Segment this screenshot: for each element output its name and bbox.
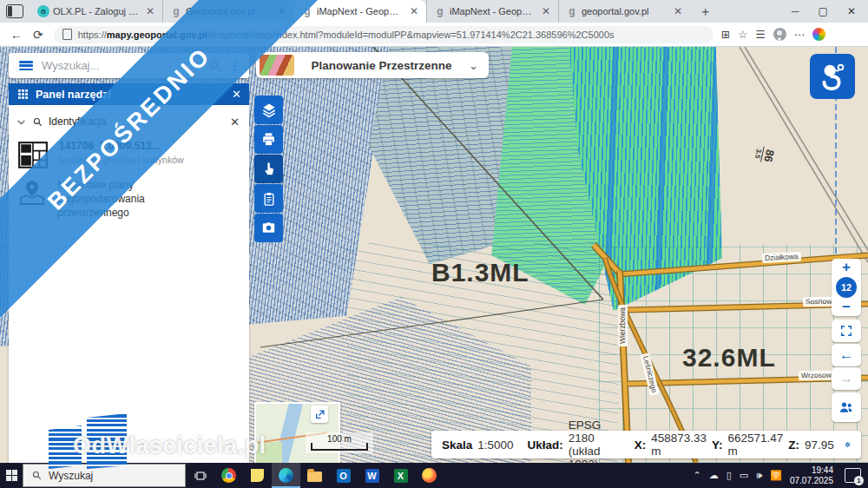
back-icon[interactable]: ← [10, 28, 23, 42]
zoom-control: + 12 − [832, 259, 861, 316]
geoportal-favicon: g [434, 5, 446, 17]
clipboard-button[interactable] [254, 184, 283, 213]
window-close-button[interactable]: ✕ [847, 5, 856, 17]
street-label: Wierzbowa [618, 305, 628, 346]
new-tab-button[interactable]: ＋ [699, 3, 712, 20]
window-minimize-button[interactable]: ─ [792, 5, 799, 17]
tab-title: geoportal.gov.pl [582, 6, 667, 16]
action-center-icon[interactable]: 1 [845, 468, 861, 483]
zoom-level-badge: 12 [836, 277, 857, 298]
taskbar-search-placeholder: Wyszukaj [49, 470, 93, 482]
map-toolbar [254, 96, 283, 242]
tab-olx[interactable]: o OLX.PL - Zaloguj się ✕ [30, 0, 162, 23]
printer-icon [260, 131, 277, 148]
windows-taskbar: Wyszukaj O W X ⌃ ☁ ▯ ▭ 🕪 🛜 19:44 07.07.2… [0, 463, 868, 488]
touch-pointer-icon [260, 161, 277, 177]
refresh-icon[interactable]: ⟳ [33, 28, 43, 42]
geoportal-favicon: g [170, 5, 182, 17]
layers-button[interactable] [254, 96, 283, 124]
geoportal-favicon: g [566, 5, 578, 17]
z-label: Z: [788, 439, 799, 452]
taskbar-clock[interactable]: 19:44 07.07.2025 [790, 465, 833, 486]
url-input[interactable]: https://mapy.geoportal.gov.pl/imapnext/i… [54, 26, 713, 43]
chrome-taskbar-icon[interactable] [214, 463, 243, 488]
tab-close-icon[interactable]: ✕ [407, 5, 421, 17]
tab-geoportal-gov[interactable]: g geoportal.gov.pl ✕ [558, 0, 690, 23]
browser-tab-bar: o OLX.PL - Zaloguj się ✕ g Geoportal.gov… [0, 0, 868, 23]
clock-time: 19:44 [790, 465, 833, 476]
identify-search-icon [32, 116, 43, 128]
word-taskbar-icon[interactable]: W [358, 463, 386, 488]
map-status-bar: Skala 1:5000 Układ: EPSG 2180 (układ 199… [431, 431, 861, 458]
open-in-new-icon [314, 409, 326, 420]
z-value: 97.95 [805, 439, 834, 452]
favorites-star-icon[interactable]: ☆ [738, 28, 747, 41]
module-selector-dropdown[interactable]: Planowanie Przestrzenne ⌄ [256, 52, 489, 78]
tab-title: OLX.PL - Zaloguj się [53, 6, 140, 16]
crs-label: Układ: [528, 439, 563, 452]
sticky-notes-taskbar-icon[interactable] [243, 463, 272, 488]
excel-taskbar-icon[interactable]: X [386, 463, 415, 488]
share-users-button[interactable] [832, 392, 861, 422]
geoportal-logo[interactable] [810, 54, 855, 99]
print-button[interactable] [254, 125, 283, 154]
outlook-taskbar-icon[interactable]: O [329, 463, 358, 488]
module-thumbnail [260, 55, 294, 76]
task-view-button[interactable] [186, 463, 214, 488]
tab-close-icon[interactable]: ✕ [539, 5, 553, 17]
fullscreen-button[interactable] [832, 320, 861, 342]
zoom-in-button[interactable]: + [842, 261, 851, 274]
split-screen-icon[interactable]: ⊞ [721, 28, 730, 41]
edge-taskbar-icon[interactable] [272, 463, 300, 488]
section-close-icon[interactable]: ✕ [230, 115, 240, 129]
onedrive-cloud-icon[interactable]: ☁ [709, 470, 719, 481]
copilot-icon[interactable] [812, 28, 825, 41]
module-name: Planowanie Przestrzenne [294, 59, 469, 72]
clock-date: 07.07.2025 [790, 476, 833, 486]
tab-close-icon[interactable]: ✕ [671, 5, 685, 17]
phone-link-icon[interactable]: ▯ [727, 470, 732, 481]
brand-watermark-text: OdWlasciciela.pl [73, 432, 266, 459]
windows-logo-icon [6, 470, 17, 481]
panel-close-icon[interactable]: ✕ [232, 88, 241, 101]
tab-search-icon[interactable] [6, 4, 23, 18]
task-view-icon [194, 469, 207, 483]
file-explorer-taskbar-icon[interactable] [300, 463, 329, 488]
notification-badge: 1 [854, 476, 864, 485]
plan-zone-label: 32.6ML [682, 343, 776, 373]
volume-icon[interactable]: 🕪 [756, 470, 762, 481]
start-button[interactable] [0, 463, 23, 488]
chevron-down-icon: ⌄ [469, 59, 478, 72]
minimap-expand-button[interactable] [311, 406, 328, 423]
people-icon [838, 399, 855, 416]
layers-icon [260, 102, 278, 119]
history-forward-button[interactable]: → [832, 367, 861, 390]
tab-close-icon[interactable]: ✕ [143, 5, 157, 17]
browser-address-bar: ← ⟳ https://mapy.geoportal.gov.pl/imapne… [0, 23, 868, 47]
settings-gear-icon[interactable] [845, 437, 851, 452]
geoportal-g-icon [816, 60, 849, 93]
firefox-taskbar-icon[interactable] [415, 463, 444, 488]
menu-hamburger-icon[interactable] [19, 61, 33, 70]
zoom-out-button[interactable]: − [842, 301, 851, 313]
fullscreen-icon [839, 324, 853, 338]
tab-title: iMapNext - Geoportal [450, 6, 536, 16]
tray-expand-icon[interactable]: ⌃ [694, 470, 701, 481]
tab-imapnext-2[interactable]: g iMapNext - Geoportal ✕ [426, 0, 558, 23]
url-protocol: https:// [78, 30, 107, 40]
chevron-down-icon[interactable] [16, 116, 27, 128]
olx-favicon: o [37, 5, 49, 17]
history-back-button[interactable]: ← [832, 344, 861, 366]
more-menu-icon[interactable]: ⋯ [794, 28, 806, 41]
collections-icon[interactable]: ☰ [755, 28, 765, 41]
plan-zone-label: B1.3ML [431, 258, 529, 287]
street-label: Działkowa [762, 252, 801, 263]
identify-button[interactable] [254, 155, 283, 183]
profile-avatar[interactable] [773, 28, 786, 41]
network-wifi-icon[interactable]: 🛜 [770, 470, 782, 481]
battery-icon[interactable]: ▭ [740, 470, 748, 481]
window-maximize-button[interactable]: ▢ [819, 5, 828, 17]
page-info-icon[interactable] [62, 29, 72, 40]
screenshot-button[interactable] [254, 214, 283, 242]
y-value: 662571.47 m [727, 432, 783, 458]
